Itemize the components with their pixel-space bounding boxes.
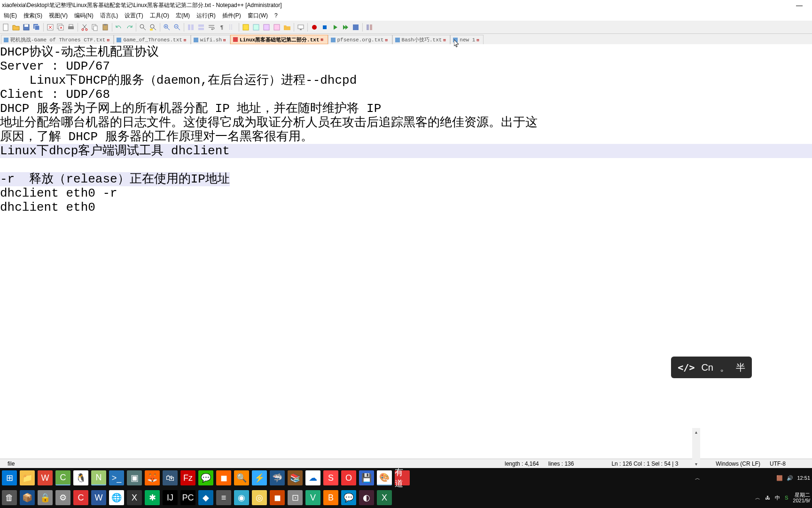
find-button[interactable] xyxy=(138,23,148,32)
tray-network-icon[interactable]: 🖧 xyxy=(765,495,770,500)
tab-linux-notes[interactable]: Linux黑客基础笔记第二部分.txt ⊠ xyxy=(230,35,328,44)
indent-guide-button[interactable] xyxy=(227,23,237,32)
store-icon[interactable]: 🛍 xyxy=(163,470,178,485)
menu-search[interactable]: 搜索(S) xyxy=(21,12,45,20)
firefox-icon[interactable]: 🦊 xyxy=(145,470,160,485)
doc-map-button[interactable] xyxy=(251,23,261,32)
close-icon[interactable]: ⊠ xyxy=(443,38,448,42)
tray-expand2-icon[interactable]: ︿ xyxy=(755,494,760,501)
close-icon[interactable]: ⊠ xyxy=(184,38,188,42)
menu-run[interactable]: 运行(R) xyxy=(194,12,219,20)
filezilla-icon[interactable]: Fz xyxy=(180,470,195,485)
chrome-icon[interactable]: 🌐 xyxy=(109,490,124,505)
tab-new1[interactable]: new 1 ⊠ xyxy=(450,35,484,44)
vm-icon[interactable]: ▣ xyxy=(127,470,142,485)
powershell-icon[interactable]: >_ xyxy=(109,470,124,485)
opera-icon[interactable]: O xyxy=(341,470,356,485)
close-icon[interactable]: ⊠ xyxy=(385,38,390,42)
tray-app-icon[interactable]: 🟫 xyxy=(776,475,783,481)
status-encoding[interactable]: UTF-8 xyxy=(765,460,790,467)
tray-time[interactable]: 12:51 xyxy=(797,475,810,481)
close-icon[interactable]: ⊠ xyxy=(321,37,326,42)
menu-help[interactable]: ? xyxy=(272,12,281,19)
replace-button[interactable] xyxy=(148,23,158,32)
sogou-icon[interactable]: S xyxy=(323,470,338,485)
explorer-icon[interactable]: 📁 xyxy=(20,470,35,485)
xshell-icon[interactable]: X xyxy=(127,490,142,505)
tab-got-ctf[interactable]: 靶机挑战-Game of Thrones CTF.txt ⊠ xyxy=(1,35,114,44)
save-macro-button[interactable] xyxy=(351,23,360,32)
tray-expand-icon[interactable]: ︿ xyxy=(695,475,700,482)
editor-area[interactable]: DHCP协议-动态主机配置协议 Server : UDP/67 Linux下DH… xyxy=(0,44,812,360)
chat-icon[interactable]: 💬 xyxy=(341,490,356,505)
play-button[interactable] xyxy=(330,23,340,32)
menu-plugins[interactable]: 插件(P) xyxy=(219,12,244,20)
status-eol[interactable]: Windows (CR LF) xyxy=(711,460,765,467)
menu-window[interactable]: 窗口(W) xyxy=(245,12,271,20)
zoom-in-button[interactable] xyxy=(162,23,172,32)
app4-icon[interactable]: ◉ xyxy=(234,490,249,505)
menu-edit[interactable]: 辑(E) xyxy=(1,12,20,20)
menu-view[interactable]: 视图(V) xyxy=(46,12,70,20)
app2-icon[interactable]: ✱ xyxy=(145,490,160,505)
doc-list-button[interactable] xyxy=(262,23,271,32)
menu-macro[interactable]: 宏(M) xyxy=(173,12,193,20)
open-file-button[interactable] xyxy=(11,23,21,32)
tray-volume-icon[interactable]: 🔊 xyxy=(787,475,793,481)
tab-wifi[interactable]: wifi.sh ⊠ xyxy=(191,35,230,44)
redo-button[interactable] xyxy=(125,23,134,32)
close-all-button[interactable] xyxy=(56,23,65,32)
word-wrap-button[interactable] xyxy=(207,23,216,32)
idea-icon[interactable]: IJ xyxy=(163,490,178,505)
new-file-button[interactable] xyxy=(1,23,10,32)
wps-icon[interactable]: W xyxy=(38,470,53,485)
menu-language[interactable]: 语言(L) xyxy=(97,12,121,20)
menu-settings[interactable]: 设置(T) xyxy=(122,12,146,20)
close-icon[interactable]: ⊠ xyxy=(476,38,481,42)
copy-button[interactable] xyxy=(90,23,100,32)
wechat-icon[interactable]: 💬 xyxy=(198,470,213,485)
app6-icon[interactable]: ◼ xyxy=(270,490,285,505)
ime-width[interactable]: 半 xyxy=(736,361,745,374)
tab-got[interactable]: Game_of_Thrones.txt ⊠ xyxy=(114,35,190,44)
play-multi-button[interactable] xyxy=(341,23,350,32)
notepadpp-icon[interactable]: N xyxy=(91,470,106,485)
minimize-button[interactable]: — xyxy=(789,0,810,10)
camtasia-icon[interactable]: C xyxy=(55,470,70,485)
burp-icon[interactable]: B xyxy=(323,490,338,505)
scroll-up-icon[interactable]: ▴ xyxy=(692,428,700,436)
print-button[interactable] xyxy=(66,23,76,32)
cut-button[interactable] xyxy=(80,23,89,32)
eclipse-icon[interactable]: ◐ xyxy=(359,490,374,505)
excel-icon[interactable]: X xyxy=(377,490,392,505)
tab-bash[interactable]: Bash小技巧.txt ⊠ xyxy=(392,35,451,44)
youdao-icon[interactable]: 有道 xyxy=(395,470,410,485)
close-icon[interactable]: ⊠ xyxy=(223,38,228,42)
vnc-icon[interactable]: V xyxy=(305,490,320,505)
baidu-icon[interactable]: ☁ xyxy=(305,470,320,485)
tray-day[interactable]: 星期二 xyxy=(793,492,810,498)
menu-encoding[interactable]: 编码(N) xyxy=(71,12,96,20)
app3-icon[interactable]: ◆ xyxy=(198,490,213,505)
tab-pfsense[interactable]: pfsense.org.txt ⊠ xyxy=(328,35,392,44)
paste-button[interactable] xyxy=(101,23,110,32)
word-icon[interactable]: W xyxy=(91,490,106,505)
monitor-button[interactable] xyxy=(296,23,305,32)
scroll-down-icon[interactable]: ▾ xyxy=(692,460,700,468)
save-icon[interactable]: 💾 xyxy=(359,470,374,485)
thunder-icon[interactable]: ⚡ xyxy=(252,470,267,485)
tray-ime[interactable]: 中 xyxy=(775,494,780,501)
close-icon[interactable]: ⊠ xyxy=(107,38,111,42)
app-icon[interactable]: ◼ xyxy=(216,470,231,485)
ime-punct[interactable]: 。 xyxy=(720,361,729,374)
save-all-button[interactable] xyxy=(32,23,41,32)
undo-button[interactable] xyxy=(114,23,124,32)
wireshark-icon[interactable]: 🦈 xyxy=(270,470,285,485)
menu-tools[interactable]: 工具(O) xyxy=(147,12,172,20)
vbox-icon[interactable]: 📦 xyxy=(20,490,35,505)
lang-button[interactable] xyxy=(241,23,250,32)
close-button[interactable] xyxy=(46,23,55,32)
tray-sogou-icon[interactable]: S xyxy=(785,495,788,500)
qq-icon[interactable]: 🐧 xyxy=(73,470,88,485)
save-button[interactable] xyxy=(22,23,31,32)
